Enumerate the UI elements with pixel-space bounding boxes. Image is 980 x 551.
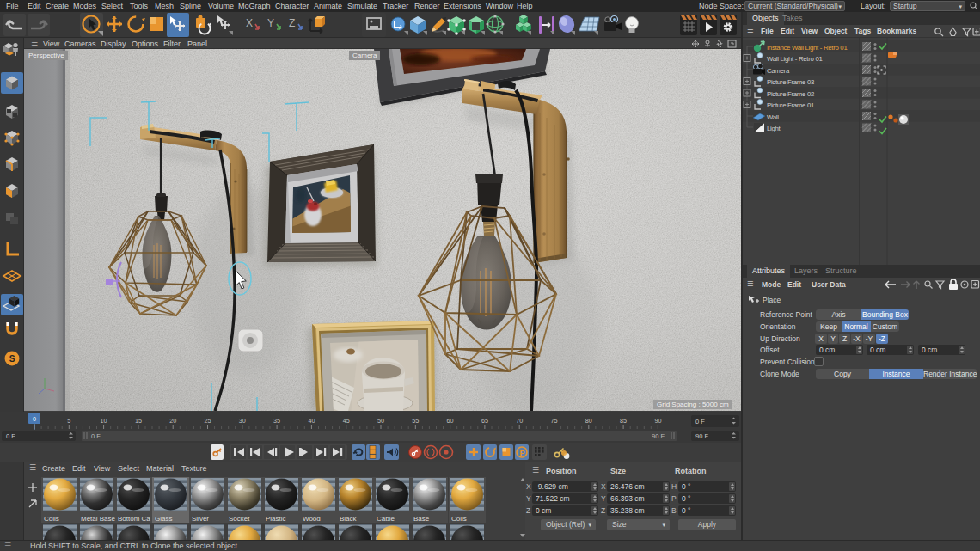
svg-text:S: S	[9, 354, 15, 364]
svg-text:Picture Frame 01: Picture Frame 01	[767, 101, 814, 109]
svg-text:45: 45	[343, 417, 350, 425]
svg-text:X: X	[246, 17, 253, 29]
svg-text:0 F: 0 F	[695, 418, 705, 425]
svg-text:55: 55	[412, 417, 419, 425]
svg-text:80: 80	[585, 417, 592, 425]
svg-text:Socket: Socket	[229, 515, 250, 523]
svg-text:Camera: Camera	[767, 67, 790, 75]
svg-text:Metal Base: Metal Base	[81, 515, 116, 523]
svg-text:Base: Base	[413, 515, 430, 523]
svg-text:50: 50	[377, 417, 384, 425]
svg-text:90: 90	[654, 417, 661, 425]
svg-text:75: 75	[551, 417, 558, 425]
svg-text:Wood: Wood	[303, 515, 321, 523]
svg-text:5: 5	[67, 417, 70, 425]
svg-text:Instance Wall Light - Retro 01: Instance Wall Light - Retro 01	[767, 44, 847, 52]
svg-text:60: 60	[447, 417, 454, 425]
svg-text:Bottom Ca: Bottom Ca	[118, 515, 150, 523]
svg-text:15: 15	[135, 417, 142, 425]
svg-text:Y: Y	[267, 17, 274, 29]
svg-text:Silver: Silver	[192, 515, 209, 523]
svg-text:20: 20	[169, 417, 176, 425]
svg-text:Cable: Cable	[377, 515, 395, 523]
svg-text:30: 30	[239, 417, 246, 425]
svg-text:Picture Frame 03: Picture Frame 03	[767, 78, 814, 86]
svg-text:Picture Frame 02: Picture Frame 02	[767, 90, 814, 98]
svg-text:90 F: 90 F	[652, 432, 665, 440]
svg-text:Plastic: Plastic	[266, 515, 286, 523]
svg-text:40: 40	[308, 417, 315, 425]
svg-text:P: P	[520, 449, 525, 457]
svg-text:Z: Z	[289, 17, 295, 29]
svg-text:25: 25	[205, 417, 211, 425]
svg-text:Black: Black	[340, 515, 358, 523]
svg-text:85: 85	[620, 417, 627, 425]
svg-text:0 F: 0 F	[91, 432, 101, 440]
svg-text:Light: Light	[767, 125, 781, 132]
svg-text:0: 0	[33, 415, 36, 423]
svg-text:Wall: Wall	[767, 113, 779, 121]
svg-text:Wall Light - Retro 01: Wall Light - Retro 01	[767, 55, 822, 63]
svg-text:Glass: Glass	[155, 515, 172, 523]
svg-text:35: 35	[273, 417, 280, 425]
svg-text:90 F: 90 F	[695, 432, 708, 440]
svg-text:0 F: 0 F	[6, 432, 15, 440]
svg-text:70: 70	[516, 417, 523, 425]
svg-text:Coils: Coils	[451, 515, 467, 523]
svg-text:Coils: Coils	[44, 515, 59, 523]
svg-text:65: 65	[481, 417, 488, 425]
svg-text:10: 10	[101, 417, 107, 425]
